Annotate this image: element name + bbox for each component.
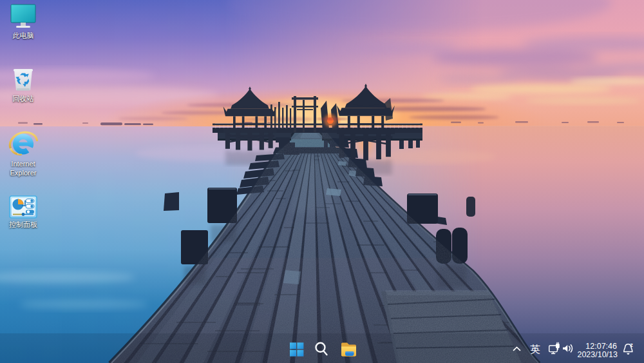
svg-text:英: 英 [530,344,540,355]
svg-text:z: z [630,342,633,348]
svg-text:2023/10/13: 2023/10/13 [577,350,618,359]
svg-text:12:07:46: 12:07:46 [585,342,617,351]
